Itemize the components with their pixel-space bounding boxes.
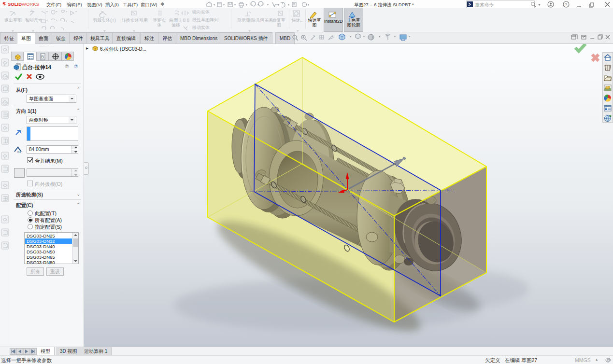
svg-text:?: ? [565, 2, 567, 7]
svg-text:SOLIDWORKS: SOLIDWORKS [8, 1, 39, 7]
svg-text:D1: D1 [17, 151, 21, 154]
